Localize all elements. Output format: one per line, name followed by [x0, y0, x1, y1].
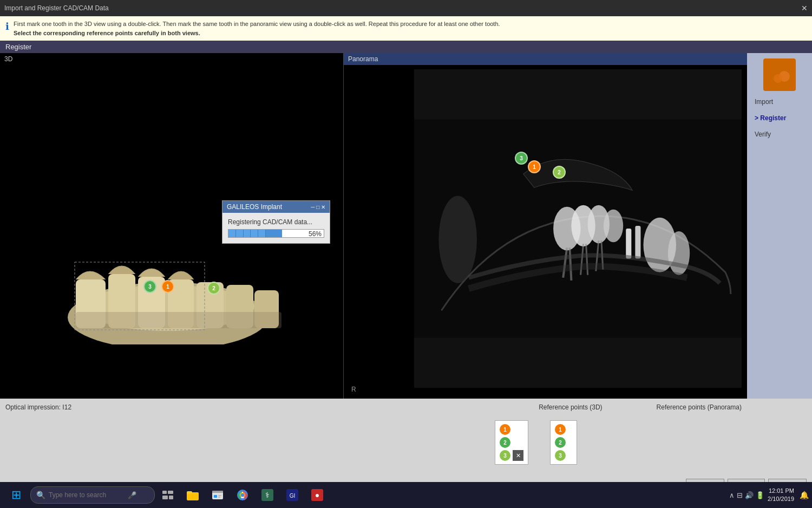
windows-icon: ⊞	[11, 488, 21, 502]
main-content: 3D	[0, 53, 812, 399]
svg-point-27	[438, 196, 477, 283]
file-manager-button[interactable]	[181, 483, 205, 507]
clock-date: 2/10/2019	[768, 495, 794, 503]
ref-dot-pano-1: 1	[555, 424, 566, 435]
ref-dot-pano-3: 3	[555, 450, 566, 461]
ref-panel-panorama: 1 2 3	[550, 420, 577, 471]
marker-3d-3[interactable]: 2	[207, 282, 220, 295]
svg-rect-23	[626, 229, 631, 258]
ref-dot-3d-2: 2	[500, 437, 510, 448]
progress-stripe	[244, 230, 251, 237]
sidebar-verify[interactable]: Verify	[751, 129, 808, 140]
network-icon[interactable]: ⊟	[737, 491, 743, 499]
svg-point-16	[604, 210, 623, 243]
bottom-area: Optical impression: I12 Reference points…	[0, 399, 812, 495]
tray-icons: ∧ ⊟ 🔊 🔋	[729, 491, 764, 499]
progress-percent: 56%	[309, 230, 322, 238]
panel-3d-label: 3D	[4, 55, 12, 63]
sidebar-logo	[763, 58, 796, 91]
dental-app-button[interactable]: ⚕	[256, 483, 279, 507]
svg-rect-31	[162, 491, 167, 494]
ref-points-panorama-header: Reference points (Panorama)	[657, 403, 742, 411]
clock-time: 12:01 PM	[768, 487, 794, 495]
windows-explorer-button[interactable]	[206, 483, 230, 507]
progress-dialog-body: Registering CAD/CAM data... 56%	[222, 213, 330, 243]
panel-panorama[interactable]: Panorama	[344, 53, 747, 399]
panorama-r-label: R	[351, 386, 356, 393]
app6-button[interactable]: ●	[305, 483, 329, 507]
ref-dot-3d-1: 1	[500, 424, 510, 435]
taskbar: ⊞ 🔍 🎤	[0, 482, 812, 508]
microphone-icon[interactable]: 🎤	[128, 491, 136, 499]
ref-points-3d-header: Reference points (3D)	[539, 403, 602, 411]
ref-dot-pano-2: 2	[555, 437, 566, 448]
pano-ref-dot-row-2: 2	[555, 437, 572, 448]
info-line1: First mark one tooth in the 3D view usin…	[14, 21, 500, 27]
close-button[interactable]: ✕	[801, 4, 808, 12]
marker-panorama-1[interactable]: 1	[528, 160, 541, 173]
ref-panel-3d: 1 2 3 ✕	[495, 420, 528, 471]
svg-rect-33	[162, 496, 168, 499]
tray-up-arrow[interactable]: ∧	[729, 491, 735, 499]
ref-dot-row-1: 1	[500, 424, 523, 435]
sidebar: Import Register Verify	[747, 53, 812, 399]
titlebar: Import and Register CAD/CAM Data ✕	[0, 0, 812, 16]
info-icon: ℹ	[5, 21, 9, 32]
search-icon: 🔍	[36, 491, 45, 499]
ref-box-panorama: 1 2 3	[550, 420, 577, 465]
galileos-button[interactable]: GI	[280, 483, 304, 507]
system-tray: ∧ ⊟ 🔊 🔋 12:01 PM 2/10/2019 🔔	[729, 487, 809, 504]
svg-text:●: ●	[315, 491, 319, 499]
task-view-button[interactable]	[156, 483, 180, 507]
svg-rect-41	[218, 497, 220, 498]
ref-dot-row-3: 3 ✕	[500, 450, 523, 461]
ref-delete-button[interactable]: ✕	[513, 450, 523, 461]
progress-dialog: GALILEOS Implant ─ □ ✕ Registering CAD/C…	[222, 200, 330, 244]
svg-rect-36	[187, 491, 192, 494]
svg-point-30	[774, 74, 782, 83]
marker-panorama-3[interactable]: 3	[515, 152, 528, 165]
ref-dot-row-2: 2	[500, 437, 523, 448]
ref-dot-3d-3: 3	[500, 450, 510, 461]
sidebar-register[interactable]: Register	[751, 113, 808, 123]
progress-message: Registering CAD/CAM data...	[228, 218, 324, 226]
svg-rect-39	[214, 495, 217, 498]
progress-dialog-close-icon: ─ □ ✕	[311, 204, 325, 210]
sidebar-import[interactable]: Import	[751, 96, 808, 107]
svg-rect-38	[212, 491, 223, 493]
register-header: Register	[0, 41, 812, 53]
progress-stripe	[258, 230, 266, 237]
chrome-button[interactable]	[231, 483, 254, 507]
panorama-svg	[414, 69, 742, 388]
progress-dialog-titlebar: GALILEOS Implant ─ □ ✕	[222, 201, 330, 213]
svg-rect-10	[76, 312, 281, 328]
progress-stripe	[236, 230, 244, 237]
volume-icon[interactable]: 🔊	[745, 491, 754, 499]
window-title: Import and Register CAD/CAM Data	[4, 4, 109, 12]
search-bar[interactable]: 🔍 🎤	[30, 486, 155, 504]
progress-bar-fill	[228, 230, 282, 237]
ref-box-3d: 1 2 3 ✕	[495, 420, 528, 465]
battery-icon[interactable]: 🔋	[756, 491, 764, 499]
svg-text:⚕: ⚕	[265, 491, 270, 499]
marker-3d-2[interactable]: 1	[161, 280, 174, 293]
clock-area[interactable]: 12:01 PM 2/10/2019	[768, 487, 794, 504]
svg-text:GI: GI	[290, 493, 296, 499]
status-bar: Optical impression: I12 Reference points…	[0, 399, 812, 416]
svg-rect-40	[218, 495, 221, 496]
info-bar: ℹ First mark one tooth in the 3D view us…	[0, 16, 812, 41]
svg-rect-24	[635, 226, 640, 259]
register-label: Register	[5, 43, 31, 51]
search-input[interactable]	[49, 491, 125, 499]
panorama-label: Panorama	[344, 53, 747, 65]
progress-bar: 56%	[228, 229, 324, 238]
svg-point-45	[241, 493, 244, 497]
progress-stripe	[228, 230, 236, 237]
pano-ref-dot-row-3: 3	[555, 450, 572, 461]
notification-icon[interactable]: 🔔	[800, 491, 809, 499]
marker-3d-1[interactable]: 3	[143, 280, 156, 293]
marker-panorama-2[interactable]: 2	[553, 166, 566, 179]
svg-rect-32	[168, 491, 173, 494]
svg-rect-34	[169, 496, 173, 499]
start-button[interactable]: ⊞	[3, 482, 29, 508]
